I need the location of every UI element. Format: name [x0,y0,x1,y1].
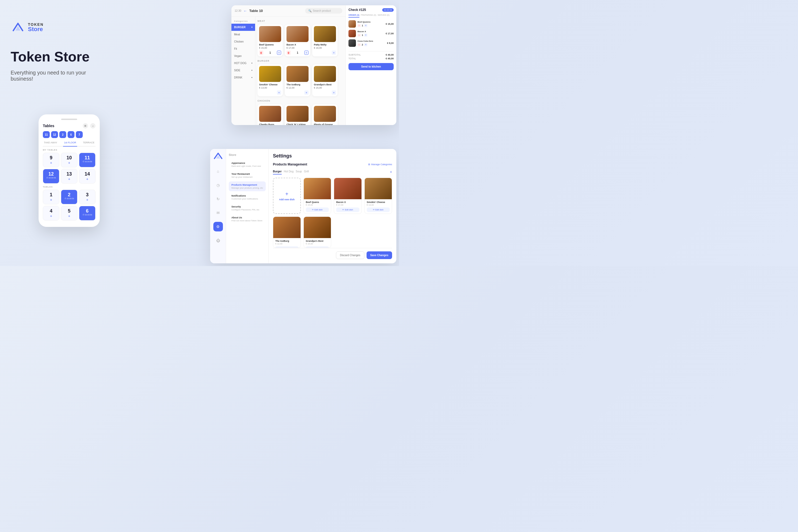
save-changes-button[interactable]: Save Changes [366,251,392,259]
pos-header: 12:30 ← Table 10 🔍 Search product [231,5,345,17]
nav-products[interactable]: Products Management Manage your product,… [229,182,266,191]
cat-hotdog[interactable]: HOT DOG [231,60,255,67]
settings-screen: ⌂ ◷ ↻ ✉ ⚙ ⏻ Store Appereance Dark and Li… [210,149,396,263]
order-info-bacon: Bacon X − 1 + [358,30,384,37]
phone-notch [61,119,77,120]
order-timer: 00:00:56 [382,8,394,12]
sidebar-settings-btn[interactable]: ⚙ [213,222,223,231]
settings-nav: Store Appereance Dark and Light mode, Fo… [226,149,269,263]
add-iceburg[interactable]: + [304,91,308,95]
table-13[interactable]: 13 + [61,169,77,184]
sidebar-clock-btn[interactable]: ◷ [213,180,223,190]
table-chip-2[interactable]: 2 [59,131,66,138]
order-tab-order[interactable]: ORDER (3) [348,14,359,18]
nav-restaurant-desc: Set up your restaurant [231,176,263,178]
pos-search-bar[interactable]: 🔍 Search product [305,8,342,14]
edit-dish-bacon-button[interactable]: ✏ Edit dish [336,208,359,212]
nav-about[interactable]: About Us Find out more about Token Store [229,214,266,224]
sidebar-home-btn[interactable]: ⌂ [213,167,223,176]
nav-security[interactable]: Security Configure Password, PIN, etc [229,203,266,213]
burger-section-title: BURGER [258,60,343,62]
table-3[interactable]: 3 + [79,190,95,204]
table-chip-6[interactable]: 6 [68,131,75,138]
oi-plus-cola[interactable]: + [364,43,367,46]
oi-minus-cola[interactable]: − [358,43,361,46]
floor-tab-1st[interactable]: 1st FLOOR [63,141,77,147]
table-5[interactable]: 5 + [61,206,77,221]
cat-vegan[interactable]: Vegan [231,52,255,60]
oi-plus-bacon[interactable]: + [364,34,367,37]
prod-tab-soup[interactable]: Soup [296,169,302,174]
settings-sidebar: ⌂ ◷ ↻ ✉ ⚙ ⏻ [210,149,226,263]
mgmt-img-bacon [334,178,361,199]
table-2[interactable]: 2 ⏱ 00:09:56 [61,190,77,204]
manage-categories-button[interactable]: ⊞ Manage Categories [368,163,392,166]
add-patty[interactable]: + [332,51,336,55]
table-10[interactable]: 10 + [61,153,77,167]
sidebar-logout-btn[interactable]: ⏻ [213,236,223,245]
product-img-grandpa [314,66,336,82]
table-chip-7[interactable]: 7 [76,131,83,138]
nav-restaurant[interactable]: Your Restaurant Set up your restaurant [229,171,266,180]
nav-appearance-title: Appereance [231,162,263,165]
prod-tab-burger[interactable]: Burger [273,169,282,174]
table-chip-12[interactable]: 12 [51,131,58,138]
add-smokin[interactable]: + [277,91,281,95]
table-4[interactable]: 4 + [43,206,59,221]
oi-minus-bacon[interactable]: − [358,34,361,37]
prod-tab-grill[interactable]: Grill [304,169,309,174]
products-mgmt-header: Products Management ⊞ Manage Categories [273,163,392,166]
add-category-button[interactable]: + [390,170,392,174]
cat-chicken[interactable]: Chicken [231,38,255,45]
edit-dish-beef-button[interactable]: ✏ Edit dish [306,208,329,212]
cat-fit[interactable]: Fit [231,45,255,52]
oi-plus-beef[interactable]: + [364,24,367,27]
sidebar-refresh-btn[interactable]: ↻ [213,194,223,204]
cat-side[interactable]: SIDE [231,67,255,74]
table-9[interactable]: 9 + [43,153,59,167]
pos-screen: 12:30 ← Table 10 🔍 Search product Catego… [231,5,396,125]
mgmt-name-bacon: Bacon X [336,201,359,204]
qty-plus-beef[interactable]: + [277,51,281,55]
map-icon[interactable]: ⊞ [83,123,88,129]
add-new-dish-card[interactable]: + Add new dish [273,178,301,214]
send-to-kitchen-button[interactable]: Send to kitchen [348,63,394,70]
product-img-chickn [286,106,308,122]
cat-drink[interactable]: DRINK [231,74,255,81]
table-14[interactable]: 14 + [79,169,95,184]
nav-appearance[interactable]: Appereance Dark and Light mode, Font siz… [229,159,266,169]
search-icon[interactable]: ⌕ [90,123,95,129]
floor-tab-terrace[interactable]: TERRACE [82,141,95,145]
add-grandpa[interactable]: + [332,91,336,95]
order-price-bacon: € 17,00 [386,32,394,35]
sidebar-message-btn[interactable]: ✉ [213,208,223,217]
phone-icons: ⊞ ⌕ [83,123,95,129]
nav-security-title: Security [231,205,263,208]
edit-dish-3-button[interactable]: ✏ Edit dish [367,208,390,212]
meat-products-row: Beef Queens € 15,00 🗑 1 + Bacon X € 17,0… [258,24,343,56]
mgmt-name-beef: Beef Quens [306,201,329,204]
oi-minus-beef[interactable]: − [358,24,361,27]
nav-notifications[interactable]: Notifications Customize your notificatio… [229,192,266,202]
qty-row-grandpa: + [314,91,336,95]
qty-minus-beef[interactable]: 🗑 [259,51,263,55]
qty-row-smokin: + [259,91,281,95]
back-button[interactable]: ← [243,9,247,13]
qty-plus-bacon[interactable]: + [304,51,308,55]
order-tab-preparing[interactable]: PREPARING (0) [361,14,376,18]
table-6[interactable]: 6 ⏱ 00:09:56 [79,206,95,221]
table-12[interactable]: 12 ⏱ 00:09:56 [43,169,59,184]
order-tab-served[interactable]: SERVED (0) [377,14,390,18]
table-11[interactable]: 11 ⏱ 00:09:56 [79,153,95,167]
mgmt-name-5: Grandpa's Best [306,240,329,242]
qty-minus-bacon[interactable]: 🗑 [286,51,291,55]
floor-tab-takeaway[interactable]: TAKE AWAY [43,141,58,145]
discard-changes-button[interactable]: Discard Changes [336,251,364,259]
product-name-chickn: Chick 'N' Licking [286,123,308,125]
prod-tab-hotdog[interactable]: Hot Dog [284,169,294,174]
cat-meat[interactable]: Meat [231,31,255,38]
cat-burger[interactable]: BURGER ▾ [231,24,255,31]
table-1[interactable]: 1 + [43,190,59,204]
main-title: Token Store [11,49,107,64]
table-chip-11[interactable]: 11 [43,131,50,138]
